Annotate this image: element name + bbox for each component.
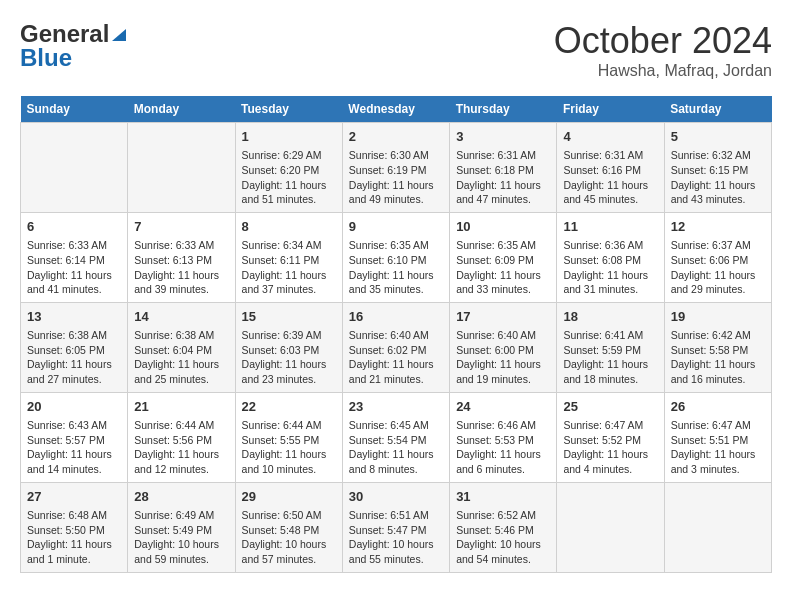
cell-content: Sunrise: 6:46 AMSunset: 5:53 PMDaylight:… (456, 418, 550, 477)
cell-content: Sunrise: 6:35 AMSunset: 6:10 PMDaylight:… (349, 238, 443, 297)
day-number: 22 (242, 398, 336, 416)
day-number: 1 (242, 128, 336, 146)
calendar-cell: 6Sunrise: 6:33 AMSunset: 6:14 PMDaylight… (21, 212, 128, 302)
cell-content: Sunrise: 6:41 AMSunset: 5:59 PMDaylight:… (563, 328, 657, 387)
cell-content: Sunrise: 6:40 AMSunset: 6:02 PMDaylight:… (349, 328, 443, 387)
calendar-cell: 27Sunrise: 6:48 AMSunset: 5:50 PMDayligh… (21, 482, 128, 572)
cell-content: Sunrise: 6:35 AMSunset: 6:09 PMDaylight:… (456, 238, 550, 297)
calendar-cell: 3Sunrise: 6:31 AMSunset: 6:18 PMDaylight… (450, 123, 557, 213)
day-header-saturday: Saturday (664, 96, 771, 123)
day-number: 23 (349, 398, 443, 416)
day-number: 25 (563, 398, 657, 416)
calendar-cell: 18Sunrise: 6:41 AMSunset: 5:59 PMDayligh… (557, 302, 664, 392)
day-number: 28 (134, 488, 228, 506)
day-number: 19 (671, 308, 765, 326)
day-header-sunday: Sunday (21, 96, 128, 123)
calendar-cell: 9Sunrise: 6:35 AMSunset: 6:10 PMDaylight… (342, 212, 449, 302)
week-row-5: 27Sunrise: 6:48 AMSunset: 5:50 PMDayligh… (21, 482, 772, 572)
cell-content: Sunrise: 6:37 AMSunset: 6:06 PMDaylight:… (671, 238, 765, 297)
cell-content: Sunrise: 6:49 AMSunset: 5:49 PMDaylight:… (134, 508, 228, 567)
day-header-monday: Monday (128, 96, 235, 123)
cell-content: Sunrise: 6:36 AMSunset: 6:08 PMDaylight:… (563, 238, 657, 297)
page-header: General Blue October 2024 Hawsha, Mafraq… (20, 20, 772, 80)
calendar-cell: 31Sunrise: 6:52 AMSunset: 5:46 PMDayligh… (450, 482, 557, 572)
cell-content: Sunrise: 6:47 AMSunset: 5:51 PMDaylight:… (671, 418, 765, 477)
week-row-4: 20Sunrise: 6:43 AMSunset: 5:57 PMDayligh… (21, 392, 772, 482)
cell-content: Sunrise: 6:30 AMSunset: 6:19 PMDaylight:… (349, 148, 443, 207)
day-number: 6 (27, 218, 121, 236)
calendar-cell: 22Sunrise: 6:44 AMSunset: 5:55 PMDayligh… (235, 392, 342, 482)
cell-content: Sunrise: 6:31 AMSunset: 6:18 PMDaylight:… (456, 148, 550, 207)
calendar-cell: 29Sunrise: 6:50 AMSunset: 5:48 PMDayligh… (235, 482, 342, 572)
logo: General Blue (20, 20, 129, 72)
calendar-cell: 13Sunrise: 6:38 AMSunset: 6:05 PMDayligh… (21, 302, 128, 392)
calendar-cell: 1Sunrise: 6:29 AMSunset: 6:20 PMDaylight… (235, 123, 342, 213)
day-number: 29 (242, 488, 336, 506)
cell-content: Sunrise: 6:34 AMSunset: 6:11 PMDaylight:… (242, 238, 336, 297)
calendar-cell: 8Sunrise: 6:34 AMSunset: 6:11 PMDaylight… (235, 212, 342, 302)
day-number: 10 (456, 218, 550, 236)
calendar-cell (21, 123, 128, 213)
cell-content: Sunrise: 6:43 AMSunset: 5:57 PMDaylight:… (27, 418, 121, 477)
calendar-cell: 21Sunrise: 6:44 AMSunset: 5:56 PMDayligh… (128, 392, 235, 482)
calendar-cell: 20Sunrise: 6:43 AMSunset: 5:57 PMDayligh… (21, 392, 128, 482)
cell-content: Sunrise: 6:32 AMSunset: 6:15 PMDaylight:… (671, 148, 765, 207)
title-section: October 2024 Hawsha, Mafraq, Jordan (554, 20, 772, 80)
day-number: 21 (134, 398, 228, 416)
day-number: 11 (563, 218, 657, 236)
calendar-cell: 26Sunrise: 6:47 AMSunset: 5:51 PMDayligh… (664, 392, 771, 482)
week-row-2: 6Sunrise: 6:33 AMSunset: 6:14 PMDaylight… (21, 212, 772, 302)
calendar-cell: 2Sunrise: 6:30 AMSunset: 6:19 PMDaylight… (342, 123, 449, 213)
calendar-table: SundayMondayTuesdayWednesdayThursdayFrid… (20, 96, 772, 573)
cell-content: Sunrise: 6:48 AMSunset: 5:50 PMDaylight:… (27, 508, 121, 567)
cell-content: Sunrise: 6:29 AMSunset: 6:20 PMDaylight:… (242, 148, 336, 207)
svg-marker-0 (112, 29, 126, 41)
day-number: 13 (27, 308, 121, 326)
day-number: 2 (349, 128, 443, 146)
day-number: 14 (134, 308, 228, 326)
week-row-1: 1Sunrise: 6:29 AMSunset: 6:20 PMDaylight… (21, 123, 772, 213)
calendar-cell: 7Sunrise: 6:33 AMSunset: 6:13 PMDaylight… (128, 212, 235, 302)
calendar-cell (128, 123, 235, 213)
cell-content: Sunrise: 6:50 AMSunset: 5:48 PMDaylight:… (242, 508, 336, 567)
day-header-friday: Friday (557, 96, 664, 123)
day-number: 24 (456, 398, 550, 416)
calendar-cell: 16Sunrise: 6:40 AMSunset: 6:02 PMDayligh… (342, 302, 449, 392)
day-number: 20 (27, 398, 121, 416)
day-number: 16 (349, 308, 443, 326)
day-number: 31 (456, 488, 550, 506)
calendar-cell: 24Sunrise: 6:46 AMSunset: 5:53 PMDayligh… (450, 392, 557, 482)
cell-content: Sunrise: 6:44 AMSunset: 5:56 PMDaylight:… (134, 418, 228, 477)
day-number: 18 (563, 308, 657, 326)
calendar-cell: 5Sunrise: 6:32 AMSunset: 6:15 PMDaylight… (664, 123, 771, 213)
calendar-cell: 28Sunrise: 6:49 AMSunset: 5:49 PMDayligh… (128, 482, 235, 572)
day-number: 4 (563, 128, 657, 146)
day-header-tuesday: Tuesday (235, 96, 342, 123)
calendar-cell: 11Sunrise: 6:36 AMSunset: 6:08 PMDayligh… (557, 212, 664, 302)
day-number: 3 (456, 128, 550, 146)
location: Hawsha, Mafraq, Jordan (554, 62, 772, 80)
logo-blue: Blue (20, 44, 72, 72)
cell-content: Sunrise: 6:33 AMSunset: 6:13 PMDaylight:… (134, 238, 228, 297)
calendar-cell: 15Sunrise: 6:39 AMSunset: 6:03 PMDayligh… (235, 302, 342, 392)
day-header-wednesday: Wednesday (342, 96, 449, 123)
calendar-cell (664, 482, 771, 572)
cell-content: Sunrise: 6:33 AMSunset: 6:14 PMDaylight:… (27, 238, 121, 297)
calendar-cell: 23Sunrise: 6:45 AMSunset: 5:54 PMDayligh… (342, 392, 449, 482)
calendar-cell: 25Sunrise: 6:47 AMSunset: 5:52 PMDayligh… (557, 392, 664, 482)
cell-content: Sunrise: 6:31 AMSunset: 6:16 PMDaylight:… (563, 148, 657, 207)
calendar-cell: 14Sunrise: 6:38 AMSunset: 6:04 PMDayligh… (128, 302, 235, 392)
calendar-cell: 4Sunrise: 6:31 AMSunset: 6:16 PMDaylight… (557, 123, 664, 213)
calendar-cell: 19Sunrise: 6:42 AMSunset: 5:58 PMDayligh… (664, 302, 771, 392)
cell-content: Sunrise: 6:42 AMSunset: 5:58 PMDaylight:… (671, 328, 765, 387)
cell-content: Sunrise: 6:45 AMSunset: 5:54 PMDaylight:… (349, 418, 443, 477)
day-number: 27 (27, 488, 121, 506)
cell-content: Sunrise: 6:40 AMSunset: 6:00 PMDaylight:… (456, 328, 550, 387)
day-header-thursday: Thursday (450, 96, 557, 123)
day-number: 30 (349, 488, 443, 506)
day-number: 5 (671, 128, 765, 146)
day-number: 17 (456, 308, 550, 326)
cell-content: Sunrise: 6:38 AMSunset: 6:05 PMDaylight:… (27, 328, 121, 387)
calendar-cell: 10Sunrise: 6:35 AMSunset: 6:09 PMDayligh… (450, 212, 557, 302)
cell-content: Sunrise: 6:47 AMSunset: 5:52 PMDaylight:… (563, 418, 657, 477)
